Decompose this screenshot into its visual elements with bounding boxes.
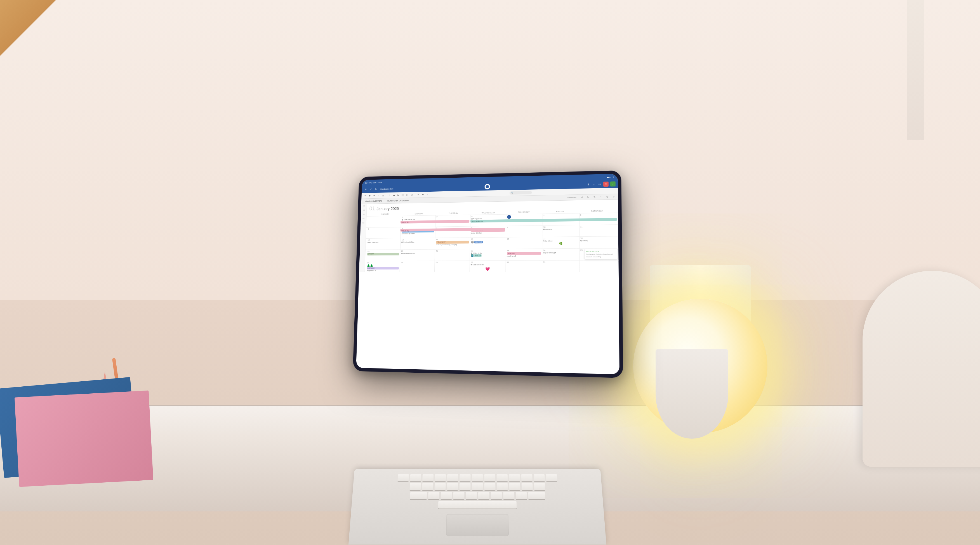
event-utilities[interactable]: Utilities bill due	[471, 252, 505, 254]
menu-icon[interactable]: ≡	[364, 187, 368, 191]
key[interactable]	[509, 474, 520, 481]
edit-icon[interactable]: ✎	[592, 195, 597, 199]
key[interactable]	[410, 492, 427, 499]
day-cell[interactable]: 18 My birthday	[579, 236, 617, 248]
key[interactable]	[410, 474, 421, 481]
event-cc2[interactable]: Credit card bill due	[471, 264, 504, 266]
event-dentist[interactable]: dentist @ 3:30pm	[471, 232, 505, 234]
lasso-tool[interactable]: ⌂	[388, 193, 391, 197]
key[interactable]	[428, 492, 439, 499]
search-icon[interactable]: ⌕	[592, 182, 597, 186]
key[interactable]	[434, 483, 446, 490]
day-cell[interactable]: 11	[579, 225, 617, 237]
tab-quarterly[interactable]: QUARTERLY OVERVIEW	[386, 198, 410, 203]
event-birthday-self[interactable]: My birthday	[580, 240, 616, 242]
key[interactable]	[472, 474, 483, 481]
day-cell[interactable]: 31	[542, 260, 579, 272]
event-dayoff[interactable]: DAY OFF	[367, 253, 399, 255]
event-remote[interactable]: remote call @ 1:45pm	[402, 233, 434, 235]
event-cc[interactable]: Credit card bill due	[401, 241, 434, 243]
event-mlk[interactable]: Martin Luther King Day	[401, 252, 434, 254]
day-cell[interactable]: 28	[434, 261, 470, 272]
key[interactable]	[453, 492, 464, 499]
day-cell[interactable]: 21	[435, 249, 470, 261]
day-cell[interactable]: 23 BIRTHDAY Joseph turns 3	[506, 249, 542, 260]
day-cell[interactable]: 20 Martin Luther King Day	[400, 250, 435, 261]
brush-tool[interactable]: ✒	[372, 194, 376, 197]
more-icon[interactable]: •••	[597, 182, 602, 186]
event-maggie-bday[interactable]: BIRTHDAY	[367, 267, 399, 270]
prev-month[interactable]: ◁	[580, 195, 584, 199]
share-cal-icon[interactable]: ↑	[599, 195, 603, 199]
key[interactable]	[466, 492, 477, 499]
keyboard[interactable]	[348, 469, 606, 545]
arrow-tool[interactable]: ▷	[405, 193, 409, 197]
key[interactable]	[528, 492, 545, 499]
day-cell[interactable]: 13 Credit card bill due	[401, 238, 435, 249]
day-cell[interactable]	[579, 260, 617, 272]
key[interactable]	[534, 474, 545, 481]
day-cell[interactable]: 30	[506, 260, 542, 272]
day-cell[interactable]: 16	[506, 237, 542, 249]
key[interactable]	[422, 474, 433, 481]
download-icon[interactable]: ↓	[610, 181, 616, 186]
day-cell[interactable]: 17 Fridge delivery 🌿	[542, 237, 579, 249]
day-cell[interactable]: 10 Internet bill	[542, 225, 579, 237]
tab-yearly[interactable]: YEARLY OVERVIEW	[363, 198, 384, 204]
rect-tool[interactable]: ⬜	[401, 193, 404, 197]
event-internet[interactable]: Internet bill	[543, 228, 578, 230]
key[interactable]	[409, 483, 421, 490]
event-followup[interactable]: FOLLOW UP	[436, 241, 469, 244]
key[interactable]	[484, 474, 495, 481]
event-maggie[interactable]: Maggie turns 19	[367, 270, 399, 272]
fullscreen-icon[interactable]: ⤢	[612, 195, 616, 199]
key[interactable]	[490, 492, 502, 499]
close-icon[interactable]: ✕	[603, 182, 609, 186]
key[interactable]	[534, 483, 546, 490]
event-heads[interactable]: heads to product design packaging	[436, 244, 469, 245]
key[interactable]	[447, 474, 458, 481]
day-cell[interactable]: 15 MEETING	[470, 237, 506, 249]
key[interactable]	[478, 492, 489, 499]
pen-tool[interactable]: ✏	[364, 194, 367, 198]
key[interactable]	[434, 474, 446, 481]
cloud-tool[interactable]: ☁	[392, 193, 396, 197]
key[interactable]	[484, 483, 496, 490]
day-cell[interactable]: 19 DAY OFF	[366, 250, 400, 261]
search-bar[interactable]: 🔍	[509, 191, 532, 194]
key[interactable]	[460, 483, 471, 490]
event-joseph-bday[interactable]: BIRTHDAY	[507, 252, 541, 255]
key[interactable]	[515, 492, 527, 499]
settings-cal-icon[interactable]: ⚙	[605, 195, 609, 199]
touchpad[interactable]	[446, 514, 509, 536]
key[interactable]	[422, 483, 433, 490]
redo-tool[interactable]: →	[425, 193, 429, 196]
day-cell[interactable]	[367, 216, 401, 227]
key[interactable]	[441, 492, 452, 499]
key[interactable]	[497, 474, 508, 481]
day-cell[interactable]: 29 Credit card bill due 💗	[470, 261, 506, 272]
share-icon[interactable]: ⬆	[586, 182, 591, 186]
back-icon[interactable]: ◁	[369, 187, 373, 191]
undo-tool[interactable]: ↩	[421, 193, 425, 197]
key[interactable]	[509, 483, 520, 490]
day-cell[interactable]: 9	[506, 226, 542, 237]
key[interactable]	[398, 474, 409, 481]
tablet-screen[interactable]: 12:47PM Mon Oct 28 ●●● ▼ ≡ ◁ ▷ GoodNotes…	[356, 174, 619, 374]
day-cell[interactable]: 22 Utilities bill due 🧳 work trip	[470, 249, 506, 260]
key[interactable]	[497, 483, 508, 490]
key[interactable]	[503, 492, 514, 499]
key[interactable]	[472, 483, 483, 490]
work-trip-event[interactable]: 🧳 work trip	[471, 254, 505, 257]
eraser-tool[interactable]: ○	[377, 194, 380, 198]
event-date[interactable]: date & movie night	[368, 241, 400, 244]
next-month[interactable]: ▷	[586, 195, 590, 199]
day-cell[interactable]: 26 🌲🌲 BIRTHDAY Maggie turns 19	[366, 261, 400, 272]
day-cell[interactable]: 24 Drop for birthday gift	[542, 249, 579, 260]
event-fridge[interactable]: Fridge delivery	[543, 240, 578, 242]
key[interactable]	[460, 474, 471, 481]
event-drop[interactable]: Drop for birthday gift	[543, 252, 578, 254]
key[interactable]	[522, 483, 533, 490]
marker-tool[interactable]: ◆	[368, 194, 371, 198]
meeting-with-avatar[interactable]: MEETING	[471, 241, 505, 244]
